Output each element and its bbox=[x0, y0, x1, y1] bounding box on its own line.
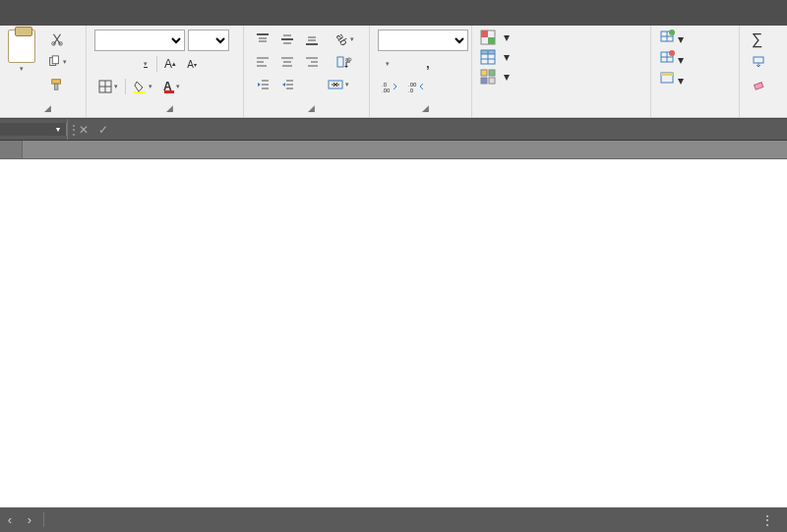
svg-rect-43 bbox=[481, 30, 488, 37]
dialog-launcher-icon[interactable]: ◢ bbox=[422, 103, 429, 113]
svg-rect-50 bbox=[481, 70, 487, 76]
grow-font-button[interactable]: A▴ bbox=[160, 54, 180, 74]
wrap-text-button[interactable]: ab bbox=[333, 52, 356, 72]
svg-rect-5 bbox=[54, 84, 58, 89]
fill-color-button[interactable]: ▾ bbox=[129, 77, 156, 96]
ribbon-group-editing: ∑ bbox=[740, 26, 777, 117]
insert-cells-button[interactable]: ▾ bbox=[659, 30, 684, 46]
svg-rect-51 bbox=[489, 70, 495, 76]
svg-rect-63 bbox=[661, 73, 673, 76]
align-left-button[interactable] bbox=[252, 52, 273, 72]
ribbon-group-number: ▾ , .0.00 .00.0 ◢ bbox=[370, 26, 472, 117]
svg-rect-65 bbox=[755, 83, 763, 89]
cell-styles-icon bbox=[480, 69, 496, 85]
ribbon: ▾ ▾ ◢ ▾ A▴ A▾ ▾ bbox=[0, 26, 787, 118]
ribbon-group-clipboard: ▾ ▾ ◢ bbox=[0, 26, 87, 117]
italic-button[interactable] bbox=[115, 54, 133, 74]
sheet-nav-next[interactable]: › bbox=[20, 512, 39, 527]
increase-decimal-button[interactable]: .0.00 bbox=[378, 77, 401, 96]
align-center-button[interactable] bbox=[276, 52, 298, 72]
svg-rect-3 bbox=[52, 56, 58, 64]
align-middle-button[interactable] bbox=[276, 30, 298, 49]
currency-button[interactable]: ▾ bbox=[378, 54, 395, 74]
merge-center-button[interactable]: ▾ bbox=[324, 75, 353, 94]
svg-text:ab: ab bbox=[345, 56, 352, 62]
comma-style-button[interactable]: , bbox=[419, 54, 437, 74]
conditional-formatting-button[interactable]: ▾ bbox=[480, 30, 510, 45]
cut-button[interactable] bbox=[43, 30, 71, 49]
font-name-select[interactable] bbox=[94, 30, 185, 51]
svg-text:.0: .0 bbox=[408, 88, 414, 92]
select-all-corner[interactable] bbox=[0, 141, 23, 158]
spreadsheet-grid[interactable] bbox=[0, 141, 787, 507]
conditional-formatting-icon bbox=[480, 30, 496, 45]
dialog-launcher-icon[interactable]: ◢ bbox=[44, 103, 51, 113]
annotation-arrow bbox=[0, 159, 295, 415]
table-icon bbox=[480, 49, 496, 65]
cell-styles-button[interactable]: ▾ bbox=[480, 69, 510, 85]
align-top-button[interactable] bbox=[252, 30, 273, 49]
formula-bar: ▾ ⋮ ✕ ✓ bbox=[0, 118, 787, 141]
svg-rect-44 bbox=[488, 37, 495, 44]
svg-rect-52 bbox=[481, 78, 487, 84]
svg-rect-9 bbox=[134, 91, 146, 93]
clear-button[interactable] bbox=[748, 75, 769, 94]
copy-button[interactable]: ▾ bbox=[43, 52, 71, 72]
ribbon-group-alignment: ab▾ ab ▾ ◢ bbox=[244, 26, 370, 117]
sheet-tab-bar: ‹ › ⋮ bbox=[0, 507, 787, 532]
format-cells-icon bbox=[659, 71, 675, 85]
shrink-font-button[interactable]: A▾ bbox=[183, 54, 201, 74]
paste-button[interactable]: ▾ bbox=[8, 30, 35, 73]
number-format-select[interactable] bbox=[378, 30, 468, 51]
svg-point-61 bbox=[669, 50, 675, 56]
sheet-menu-button[interactable]: ⋮ bbox=[761, 513, 775, 527]
orientation-button[interactable]: ab▾ bbox=[333, 30, 358, 49]
svg-point-57 bbox=[669, 30, 675, 35]
autosum-button[interactable]: ∑ bbox=[748, 30, 766, 49]
borders-button[interactable]: ▾ bbox=[94, 77, 122, 96]
enter-formula-button[interactable]: ✓ bbox=[93, 123, 113, 137]
column-headers[interactable] bbox=[0, 141, 787, 159]
format-cells-button[interactable]: ▾ bbox=[659, 71, 684, 88]
delete-cells-button[interactable]: ▾ bbox=[659, 50, 684, 67]
svg-rect-49 bbox=[481, 50, 495, 54]
svg-text:.00: .00 bbox=[382, 88, 391, 92]
ribbon-group-styles: ▾ ▾ ▾ bbox=[472, 26, 651, 117]
formula-input[interactable] bbox=[133, 121, 787, 139]
name-box[interactable]: ▾ bbox=[0, 123, 67, 136]
percent-button[interactable] bbox=[398, 54, 416, 74]
align-right-button[interactable] bbox=[301, 52, 323, 72]
svg-rect-53 bbox=[489, 78, 495, 84]
decrease-indent-button[interactable] bbox=[252, 75, 273, 94]
format-as-table-button[interactable]: ▾ bbox=[480, 49, 510, 65]
svg-rect-4 bbox=[52, 80, 61, 84]
fill-button[interactable] bbox=[748, 52, 769, 72]
format-painter-button[interactable] bbox=[43, 75, 71, 94]
insert-cells-icon bbox=[659, 30, 675, 43]
increase-indent-button[interactable] bbox=[276, 75, 298, 94]
sheet-nav-prev[interactable]: ‹ bbox=[0, 512, 20, 527]
cancel-formula-button[interactable]: ✕ bbox=[74, 123, 93, 137]
svg-rect-64 bbox=[754, 57, 763, 63]
font-color-button[interactable]: A▾ bbox=[159, 77, 184, 96]
delete-cells-icon bbox=[659, 50, 675, 64]
ribbon-group-font: ▾ A▴ A▾ ▾ ▾ A▾ ◢ bbox=[87, 26, 244, 117]
ribbon-group-cells: ▾ ▾ ▾ bbox=[651, 26, 740, 117]
font-size-select[interactable] bbox=[188, 30, 229, 51]
dialog-launcher-icon[interactable]: ◢ bbox=[166, 103, 173, 113]
align-bottom-button[interactable] bbox=[301, 30, 323, 49]
clipboard-icon bbox=[8, 30, 35, 63]
svg-rect-10 bbox=[164, 90, 174, 93]
decrease-decimal-button[interactable]: .00.0 bbox=[404, 77, 428, 96]
menu-bar bbox=[0, 0, 787, 26]
dialog-launcher-icon[interactable]: ◢ bbox=[308, 103, 315, 113]
bold-button[interactable] bbox=[94, 54, 112, 74]
underline-button[interactable]: ▾ bbox=[136, 54, 153, 74]
svg-rect-29 bbox=[337, 57, 343, 67]
